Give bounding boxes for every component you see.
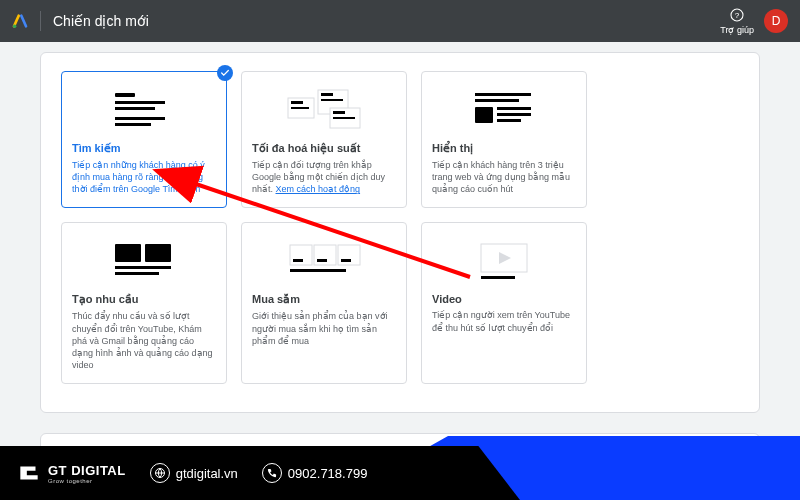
svg-rect-7 xyxy=(115,123,151,126)
account-avatar[interactable]: D xyxy=(764,9,788,33)
card-desc: Giới thiệu sản phẩm của bạn với người mu… xyxy=(252,310,396,346)
page-title: Chiến dịch mới xyxy=(53,13,720,29)
help-icon: ? xyxy=(729,7,745,25)
phone-icon xyxy=(262,463,282,483)
thumbnail-display-icon xyxy=(432,82,576,136)
topbar: Chiến dịch mới ? Trợ giúp D xyxy=(0,0,800,42)
card-desc: Tiếp cận khách hàng trên 3 triệu trang w… xyxy=(432,159,576,195)
svg-rect-36 xyxy=(481,276,515,279)
svg-rect-3 xyxy=(115,93,135,97)
svg-rect-22 xyxy=(497,119,521,122)
svg-rect-12 xyxy=(321,93,333,96)
help-button[interactable]: ? Trợ giúp xyxy=(720,7,754,35)
card-desc: Tiếp cận đối tượng trên khắp Google bằng… xyxy=(252,159,396,195)
how-it-works-link[interactable]: Xem cách hoạt động xyxy=(276,184,361,194)
card-title: Mua sắm xyxy=(252,293,396,306)
svg-text:?: ? xyxy=(735,11,740,20)
campaign-type-panel: Tìm kiếm Tiếp cận những khách hàng có ý … xyxy=(40,52,760,413)
card-desc: Tiếp cận những khách hàng có ý định mua … xyxy=(72,159,216,195)
svg-rect-33 xyxy=(290,269,346,272)
svg-rect-25 xyxy=(115,266,171,269)
thumbnail-video-icon xyxy=(432,233,576,287)
svg-rect-30 xyxy=(317,259,327,262)
card-title: Hiển thị xyxy=(432,142,576,155)
svg-rect-10 xyxy=(291,107,309,109)
card-desc: Tiếp cận người xem trên YouTube để thu h… xyxy=(432,309,576,333)
svg-point-0 xyxy=(13,25,16,28)
campaign-type-video[interactable]: Video Tiếp cận người xem trên YouTube để… xyxy=(421,222,587,384)
card-desc: Thúc đẩy nhu cầu và số lượt chuyển đổi t… xyxy=(72,310,216,371)
card-title: Tạo nhu cầu xyxy=(72,293,216,306)
campaign-type-display[interactable]: Hiển thị Tiếp cận khách hàng trên 3 triệ… xyxy=(421,71,587,208)
checkmark-icon xyxy=(217,65,233,81)
card-title: Tìm kiếm xyxy=(72,142,216,155)
svg-rect-18 xyxy=(475,99,519,102)
card-title: Video xyxy=(432,293,576,305)
brand-logo: GT DIGITALGrow together xyxy=(16,460,126,486)
google-ads-logo-icon xyxy=(12,13,28,29)
svg-rect-32 xyxy=(341,259,351,262)
svg-rect-19 xyxy=(475,107,493,123)
help-label: Trợ giúp xyxy=(720,25,754,35)
brand-mark-icon xyxy=(16,460,42,486)
svg-rect-20 xyxy=(497,107,531,110)
campaign-type-search[interactable]: Tìm kiếm Tiếp cận những khách hàng có ý … xyxy=(61,71,227,208)
svg-rect-21 xyxy=(497,113,531,116)
svg-rect-16 xyxy=(333,117,355,119)
campaign-type-performance-max[interactable]: Tối đa hoá hiệu suất Tiếp cận đối tượng … xyxy=(241,71,407,208)
svg-rect-5 xyxy=(115,107,155,110)
thumbnail-shopping-icon xyxy=(252,233,396,287)
svg-rect-24 xyxy=(145,244,171,262)
svg-rect-4 xyxy=(115,101,165,104)
thumbnail-search-icon xyxy=(72,82,216,136)
thumbnail-pmax-icon xyxy=(252,82,396,136)
svg-rect-26 xyxy=(115,272,159,275)
card-title: Tối đa hoá hiệu suất xyxy=(252,142,396,155)
svg-rect-28 xyxy=(293,259,303,262)
svg-rect-23 xyxy=(115,244,141,262)
contact-website: gtdigital.vn xyxy=(150,463,238,483)
thumbnail-demand-icon xyxy=(72,233,216,287)
svg-rect-13 xyxy=(321,99,343,101)
svg-rect-6 xyxy=(115,117,165,120)
campaign-type-demand-gen[interactable]: Tạo nhu cầu Thúc đẩy nhu cầu và số lượt … xyxy=(61,222,227,384)
svg-rect-17 xyxy=(475,93,531,96)
contact-phone: 0902.718.799 xyxy=(262,463,368,483)
globe-icon xyxy=(150,463,170,483)
campaign-type-shopping[interactable]: Mua sắm Giới thiệu sản phẩm của bạn với … xyxy=(241,222,407,384)
divider xyxy=(40,11,41,31)
svg-rect-15 xyxy=(333,111,345,114)
watermark-footer: GT DIGITALGrow together gtdigital.vn 090… xyxy=(0,436,800,500)
svg-rect-9 xyxy=(291,101,303,104)
